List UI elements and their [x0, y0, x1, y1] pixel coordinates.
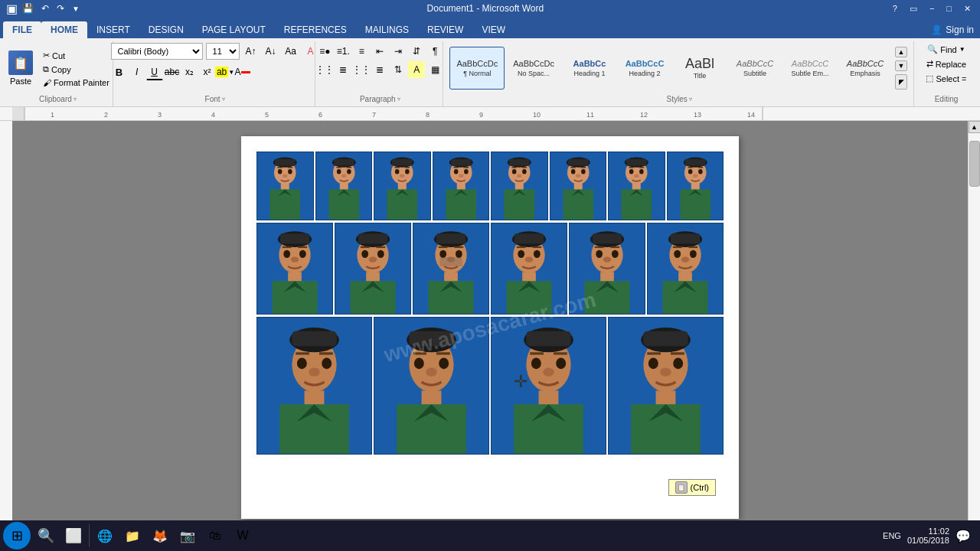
- undo-quick-btn[interactable]: ↶: [40, 3, 51, 14]
- search-taskbar-btn[interactable]: 🔍: [34, 523, 58, 548]
- replace-button[interactable]: ⇄ Replace: [923, 57, 969, 70]
- action-center-btn[interactable]: 💬: [956, 529, 971, 543]
- style-subtle-em[interactable]: AaBbCcC Subtle Em...: [783, 47, 837, 90]
- sort-btn[interactable]: ⇵: [408, 43, 425, 60]
- tab-home[interactable]: HOME: [41, 21, 87, 38]
- styles-group-expand[interactable]: ▿: [689, 96, 692, 103]
- copy-button[interactable]: ⧉ Copy: [40, 63, 113, 76]
- strikethrough-button[interactable]: abc: [164, 64, 181, 80]
- style-emphasis[interactable]: AaBbCcC Emphasis: [838, 47, 892, 90]
- shading-btn[interactable]: A: [408, 61, 425, 78]
- font-group: Calibri (Body) 11 A↑ A↓ Aa A B I U abc x…: [115, 41, 315, 106]
- firefox-taskbar-btn[interactable]: 🦊: [148, 523, 172, 548]
- sign-in-btn[interactable]: 👤 Sign in: [931, 24, 974, 38]
- format-painter-button[interactable]: 🖌 Format Painter: [40, 77, 113, 89]
- multilevel-list-btn[interactable]: ≡: [353, 43, 370, 60]
- photo-cell: [413, 223, 489, 315]
- font-family-select[interactable]: Calibri (Body): [111, 43, 203, 60]
- cut-button[interactable]: ✂ Cut: [40, 49, 113, 62]
- tab-insert[interactable]: INSERT: [87, 21, 139, 38]
- photo-cell: [569, 223, 645, 315]
- photo-svg: [609, 152, 665, 220]
- store-taskbar-btn[interactable]: 🛍: [203, 523, 227, 548]
- underline-button[interactable]: U: [146, 64, 163, 80]
- ie-taskbar-btn[interactable]: 🌐: [93, 523, 117, 548]
- clipboard-expand[interactable]: ▿: [74, 96, 77, 103]
- scroll-track[interactable]: [969, 133, 980, 522]
- styles-scroll-up[interactable]: ▲: [895, 47, 907, 57]
- style-title[interactable]: AaBl Title: [673, 47, 727, 90]
- align-right-btn[interactable]: ⋮⋮: [353, 61, 370, 78]
- svg-point-185: [690, 250, 697, 258]
- increase-indent-btn[interactable]: ⇥: [390, 43, 407, 60]
- photo-cell: [315, 152, 373, 220]
- explorer-taskbar-btn[interactable]: 📁: [120, 523, 145, 548]
- style-heading1[interactable]: AaBbCc Heading 1: [563, 47, 616, 90]
- paragraph-expand[interactable]: ▿: [397, 96, 400, 103]
- tab-design[interactable]: DESIGN: [139, 21, 193, 38]
- numbering-btn[interactable]: ≡1.: [335, 43, 351, 60]
- tab-file[interactable]: FILE: [3, 21, 41, 38]
- taskbar-clock: 11:02 01/05/2018: [907, 527, 949, 545]
- text-highlight-button[interactable]: ab ▼: [217, 64, 234, 80]
- line-spacing-btn[interactable]: ⇅: [390, 61, 407, 78]
- styles-scroll-down[interactable]: ▼: [895, 60, 907, 71]
- svg-rect-47: [392, 159, 412, 166]
- font-color-button[interactable]: A: [234, 64, 251, 80]
- paragraph-row2: ⋮⋮ ≣ ⋮⋮ ≣ ⇅ A ▦: [316, 61, 443, 78]
- save-quick-btn[interactable]: 💾: [21, 3, 35, 14]
- align-left-btn[interactable]: ⋮⋮: [316, 61, 333, 78]
- customize-quick-btn[interactable]: ▼: [70, 5, 81, 13]
- tab-view[interactable]: VIEW: [472, 21, 514, 38]
- restore-btn[interactable]: ▭: [906, 4, 920, 14]
- paste-button[interactable]: 📋 Paste: [3, 47, 38, 90]
- scroll-up-btn[interactable]: ▲: [969, 121, 981, 133]
- decrease-indent-btn[interactable]: ⇤: [371, 43, 388, 60]
- bold-button[interactable]: B: [111, 64, 128, 80]
- svg-text:14: 14: [747, 111, 755, 119]
- style-normal-preview: AaBbCcDc: [456, 60, 498, 68]
- word-taskbar-btn[interactable]: W: [230, 523, 255, 548]
- select-button[interactable]: ⬚ Select =: [923, 72, 969, 85]
- borders-btn[interactable]: ▦: [426, 61, 443, 78]
- tab-review[interactable]: REVIEW: [418, 21, 472, 38]
- paragraph-content: ≡● ≡1. ≡ ⇤ ⇥ ⇵ ¶ ⋮⋮ ≣ ⋮⋮ ≣ ⇅ A ▦: [316, 43, 443, 93]
- subscript-button[interactable]: x₂: [181, 64, 198, 80]
- font-size-increase-btn[interactable]: A↑: [243, 43, 260, 60]
- help-btn[interactable]: ?: [890, 4, 900, 14]
- style-subtle-em-preview: AaBbCcC: [792, 60, 828, 68]
- font-size-decrease-btn[interactable]: A↓: [263, 43, 279, 60]
- camera-taskbar-btn[interactable]: 📷: [175, 523, 200, 548]
- svg-rect-107: [685, 159, 705, 166]
- tab-references[interactable]: REFERENCES: [275, 21, 356, 38]
- align-center-btn[interactable]: ≣: [335, 61, 351, 78]
- font-expand[interactable]: ▿: [222, 96, 225, 103]
- font-size-select[interactable]: 11: [206, 43, 240, 60]
- vruler-svg: [0, 121, 12, 534]
- clear-formatting-btn[interactable]: Aa: [283, 43, 299, 60]
- show-formatting-btn[interactable]: ¶: [426, 43, 443, 60]
- vertical-scrollbar[interactable]: ▲ ▼: [968, 121, 980, 534]
- close-btn[interactable]: ✕: [961, 4, 974, 14]
- justify-btn[interactable]: ≣: [371, 61, 388, 78]
- scroll-thumb[interactable]: [969, 141, 980, 187]
- italic-button[interactable]: I: [129, 64, 145, 80]
- style-no-spacing[interactable]: AaBbCcDc No Spac...: [506, 47, 561, 90]
- superscript-button[interactable]: x²: [199, 64, 216, 80]
- svg-text:3: 3: [158, 111, 162, 119]
- maximize-btn[interactable]: □: [943, 4, 955, 14]
- minimize-btn[interactable]: −: [926, 4, 937, 14]
- cortana-btn[interactable]: ⬜: [61, 523, 86, 548]
- style-subtitle[interactable]: AaBbCcC Subtitle: [728, 47, 782, 90]
- bullets-btn[interactable]: ≡●: [316, 43, 333, 60]
- tab-page-layout[interactable]: PAGE LAYOUT: [193, 21, 275, 38]
- page-scroll-area[interactable]: www.aposacarar.com: [12, 121, 968, 534]
- style-normal[interactable]: AaBbCcDc ¶ Normal: [449, 47, 505, 90]
- redo-quick-btn[interactable]: ↷: [55, 3, 66, 14]
- styles-group: AaBbCcDc ¶ Normal AaBbCcDc No Spac... Aa…: [445, 41, 914, 106]
- start-btn[interactable]: ⊞: [3, 522, 31, 549]
- find-button[interactable]: 🔍 Find ▼: [924, 43, 968, 56]
- tab-mailings[interactable]: MAILINGS: [356, 21, 418, 38]
- style-heading2[interactable]: AaBbCcC Heading 2: [618, 47, 671, 90]
- styles-expand-btn[interactable]: ◤: [895, 74, 907, 90]
